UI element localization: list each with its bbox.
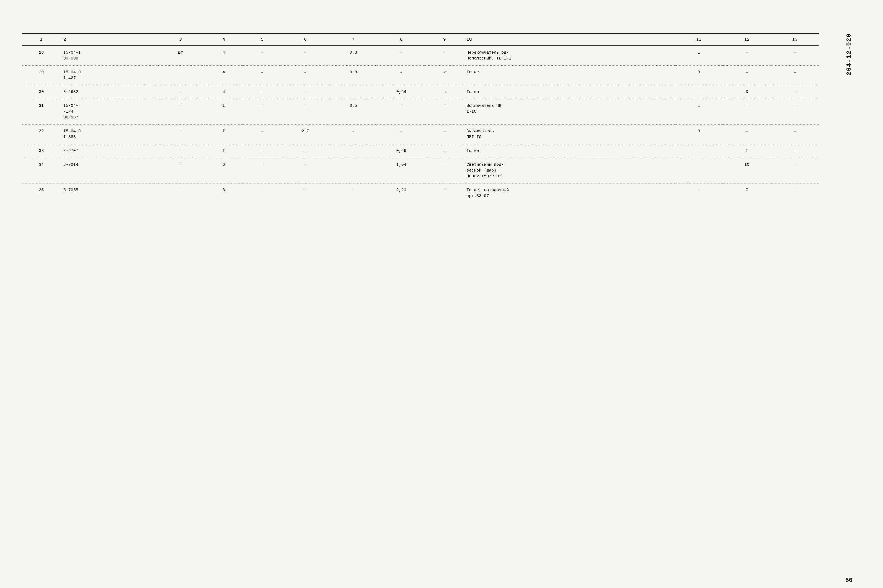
cell-7-3: "	[157, 158, 204, 183]
cell-4-1: 3I	[22, 99, 61, 124]
cell-3-9: –	[425, 85, 464, 99]
cell-7-8: I,64	[377, 158, 425, 183]
table-row: 29I5-04-П I-427"4––0,8––То же3––	[22, 66, 819, 85]
cell-7-2: 8-70I4	[61, 158, 157, 183]
cell-2-13: –	[771, 66, 819, 85]
cell-4-11: I	[675, 99, 723, 124]
table-row: 3II5-04- -I/4 06-537"I––0,5––Выключатель…	[22, 99, 819, 124]
cell-8-6: –	[281, 183, 329, 203]
cell-1-6: –	[281, 46, 329, 66]
cell-5-8: –	[377, 124, 425, 144]
cell-1-3: шт	[157, 46, 204, 66]
cell-3-6: –	[281, 85, 329, 99]
cell-6-3: "	[157, 144, 204, 158]
cell-1-12: –	[723, 46, 771, 66]
page-container: 264-12-020 I 2 3 4 5 6 7 8 9 IO II I2 I3	[22, 33, 861, 586]
cell-2-1: 29	[22, 66, 61, 85]
header-col-7: 7	[329, 33, 377, 46]
cell-3-5: –	[243, 85, 281, 99]
cell-2-3: "	[157, 66, 204, 85]
cell-7-13: –	[771, 158, 819, 183]
table-row: 358-7055"3–––2,20–То же, потолочный арт.…	[22, 183, 819, 203]
table-body: 28I5-04-I 09-098шт4––0,3––Переключатель …	[22, 46, 819, 203]
cell-8-7: –	[329, 183, 377, 203]
cell-7-7: –	[329, 158, 377, 183]
header-col-13: I3	[771, 33, 819, 46]
table-row: 348-70I4"6–––I,64–Светильник под- весной…	[22, 158, 819, 183]
table-row: 32I5-04-П I-383"I–2,7–––Выключатель ПВI-…	[22, 124, 819, 144]
header-col-10: IO	[464, 33, 675, 46]
table-row: 28I5-04-I 09-098шт4––0,3––Переключатель …	[22, 46, 819, 66]
cell-3-7: –	[329, 85, 377, 99]
cell-6-1: 33	[22, 144, 61, 158]
cell-8-1: 35	[22, 183, 61, 203]
header-col-1: I	[22, 33, 61, 46]
cell-8-9: –	[425, 183, 464, 203]
cell-6-11: –	[675, 144, 723, 158]
cell-8-11: –	[675, 183, 723, 203]
header-col-3: 3	[157, 33, 204, 46]
cell-2-11: 3	[675, 66, 723, 85]
header-col-2: 2	[61, 33, 157, 46]
header-row: I 2 3 4 5 6 7 8 9 IO II I2 I3	[22, 33, 819, 46]
cell-8-13: –	[771, 183, 819, 203]
page-number: 60	[845, 577, 853, 584]
cell-7-9: –	[425, 158, 464, 183]
header-col-6: 6	[281, 33, 329, 46]
cell-4-2: I5-04- -I/4 06-537	[61, 99, 157, 124]
cell-5-1: 32	[22, 124, 61, 144]
cell-1-11: I	[675, 46, 723, 66]
cell-3-13: –	[771, 85, 819, 99]
cell-8-10: То же, потолочный арт.38-07	[464, 183, 675, 203]
cell-8-3: "	[157, 183, 204, 203]
cell-5-12: –	[723, 124, 771, 144]
table-row: 338-6707"I–––0,66–То же–I–	[22, 144, 819, 158]
cell-3-2: 8-6682	[61, 85, 157, 99]
cell-4-13: –	[771, 99, 819, 124]
cell-3-12: 3	[723, 85, 771, 99]
cell-8-2: 8-7055	[61, 183, 157, 203]
cell-5-3: "	[157, 124, 204, 144]
cell-6-6: –	[281, 144, 329, 158]
header-col-8: 8	[377, 33, 425, 46]
cell-8-5: –	[243, 183, 281, 203]
cell-6-8: 0,66	[377, 144, 425, 158]
cell-1-13: –	[771, 46, 819, 66]
cell-1-2: I5-04-I 09-098	[61, 46, 157, 66]
cell-1-5: –	[243, 46, 281, 66]
cell-1-9: –	[425, 46, 464, 66]
header-col-4: 4	[204, 33, 243, 46]
cell-4-4: I	[204, 99, 243, 124]
cell-7-5: –	[243, 158, 281, 183]
cell-1-4: 4	[204, 46, 243, 66]
cell-3-11: –	[675, 85, 723, 99]
header-col-5: 5	[243, 33, 281, 46]
cell-1-7: 0,3	[329, 46, 377, 66]
cell-6-9: –	[425, 144, 464, 158]
cell-2-2: I5-04-П I-427	[61, 66, 157, 85]
table-row: 308-6682"4–––0,64–То же–3–	[22, 85, 819, 99]
cell-3-3: "	[157, 85, 204, 99]
cell-6-2: 8-6707	[61, 144, 157, 158]
cell-2-5: –	[243, 66, 281, 85]
cell-7-4: 6	[204, 158, 243, 183]
cell-2-4: 4	[204, 66, 243, 85]
cell-2-9: –	[425, 66, 464, 85]
cell-3-10: То же	[464, 85, 675, 99]
cell-3-1: 30	[22, 85, 61, 99]
cell-4-7: 0,5	[329, 99, 377, 124]
table-wrapper: I 2 3 4 5 6 7 8 9 IO II I2 I3 28I5-04-I …	[22, 33, 819, 203]
cell-8-8: 2,20	[377, 183, 425, 203]
cell-2-12: –	[723, 66, 771, 85]
cell-6-12: I	[723, 144, 771, 158]
cell-2-7: 0,8	[329, 66, 377, 85]
header-col-9: 9	[425, 33, 464, 46]
main-table: I 2 3 4 5 6 7 8 9 IO II I2 I3 28I5-04-I …	[22, 33, 819, 203]
cell-1-10: Переключатель од- нополюсный. ТВ-I-I	[464, 46, 675, 66]
cell-3-4: 4	[204, 85, 243, 99]
cell-4-3: "	[157, 99, 204, 124]
cell-5-11: 3	[675, 124, 723, 144]
cell-2-8: –	[377, 66, 425, 85]
cell-5-9: –	[425, 124, 464, 144]
table-header: I 2 3 4 5 6 7 8 9 IO II I2 I3	[22, 33, 819, 46]
